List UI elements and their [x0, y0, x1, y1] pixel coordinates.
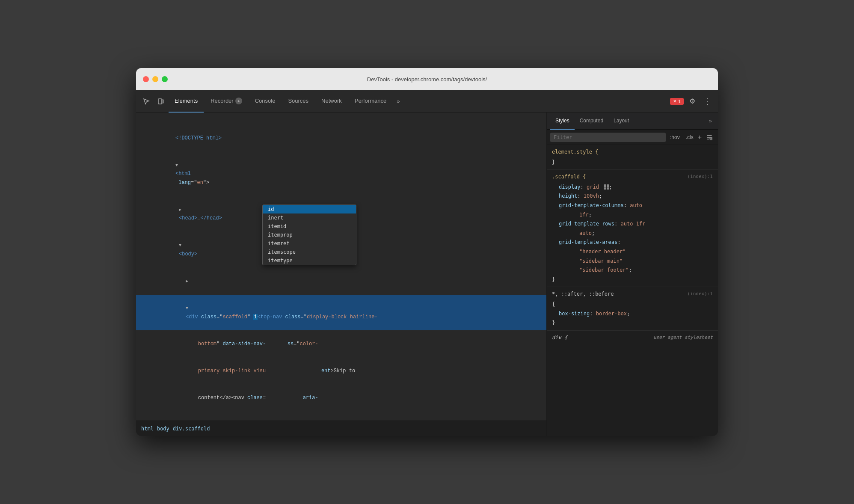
- prop-grid-template-areas[interactable]: grid-template-areas: "header header" "si…: [552, 238, 713, 275]
- maximize-button[interactable]: [162, 76, 168, 82]
- error-badge[interactable]: ✕ 1: [670, 98, 684, 105]
- prop-box-sizing[interactable]: box-sizing: border-box;: [552, 309, 713, 319]
- dom-line-4: content</a><nav class= aria-: [136, 385, 546, 412]
- closing-brace: }: [552, 318, 713, 328]
- autocomplete-item-itemid[interactable]: itemid: [263, 222, 356, 231]
- prop-display[interactable]: display: grid ;: [552, 183, 713, 192]
- rule-selector-universal: *, ::after, ::before (index):1: [552, 290, 713, 299]
- dom-line-2: bottom" data-side-nav- ss="color-: [136, 330, 546, 357]
- settings-icon[interactable]: ⚙: [685, 95, 699, 108]
- cls-button[interactable]: .cls: [684, 133, 695, 141]
- expand-icon: [175, 126, 181, 133]
- expand-icon[interactable]: [175, 162, 181, 169]
- prop-grid-template-columns[interactable]: grid-template-columns: auto 1fr;: [552, 201, 713, 219]
- styles-filter-bar: :hov .cls +: [547, 130, 718, 145]
- traffic-lights: [143, 76, 168, 82]
- pseudo-states-button[interactable]: :hov: [668, 133, 682, 141]
- autocomplete-item-itemref[interactable]: itemref: [263, 239, 356, 248]
- more-tabs-button[interactable]: »: [393, 95, 403, 108]
- expand-icon[interactable]: [186, 305, 191, 312]
- devtools-tab-bar: Elements Recorder ▲ Console Sources Netw…: [136, 90, 718, 113]
- element-style-rule: element.style { }: [547, 145, 718, 170]
- tab-computed[interactable]: Computed: [575, 113, 608, 130]
- closing-brace: }: [552, 158, 713, 167]
- dom-html-line[interactable]: <html lang="en">: [136, 152, 546, 196]
- devtools-body: <!DOCTYPE html> <html lang="en"> <head>……: [136, 113, 718, 436]
- styles-filter-input[interactable]: [550, 133, 666, 142]
- tab-network[interactable]: Network: [315, 90, 348, 113]
- rule-source-universal[interactable]: (index):1: [687, 290, 713, 298]
- autocomplete-item-id[interactable]: id: [263, 205, 356, 213]
- window-title: DevTools - developer.chrome.com/tags/dev…: [367, 76, 487, 83]
- recorder-icon: ▲: [235, 98, 242, 104]
- autocomplete-item-inert[interactable]: inert: [263, 213, 356, 222]
- dom-doctype-line: <!DOCTYPE html>: [136, 116, 546, 152]
- tab-styles[interactable]: Styles: [550, 113, 575, 130]
- device-toggle-icon[interactable]: [154, 95, 168, 108]
- rule-source-useragent: user agent stylesheet: [653, 333, 713, 342]
- dom-line-5: label="Chrome Develope ss="display-: [136, 412, 546, 421]
- grid-badge-icon[interactable]: [604, 184, 609, 190]
- title-bar: DevTools - developer.chrome.com/tags/dev…: [136, 68, 718, 90]
- tab-console[interactable]: Console: [249, 90, 282, 113]
- tab-elements[interactable]: Elements: [169, 90, 204, 113]
- universal-rule: *, ::after, ::before (index):1 { box-siz…: [547, 287, 718, 330]
- dom-line-3: primary skip-link visu ent>Skip to: [136, 358, 546, 385]
- breadcrumb-body[interactable]: body: [157, 426, 169, 432]
- tab-sources[interactable]: Sources: [282, 90, 314, 113]
- minimize-button[interactable]: [152, 76, 158, 82]
- styles-content[interactable]: element.style { } .scaffold { (index):1 …: [547, 145, 718, 436]
- add-style-button[interactable]: +: [698, 133, 702, 141]
- more-options-icon[interactable]: ⋮: [701, 95, 715, 108]
- close-button[interactable]: [143, 76, 149, 82]
- new-style-rule-icon[interactable]: [704, 132, 715, 142]
- rule-selector-div: div { user agent stylesheet: [552, 333, 713, 343]
- more-style-tabs-button[interactable]: »: [706, 118, 715, 124]
- tab-performance[interactable]: Performance: [349, 90, 392, 113]
- error-x-icon: ✕: [673, 99, 676, 104]
- svg-rect-0: [158, 99, 162, 104]
- autocomplete-item-itemtype[interactable]: itemtype: [263, 256, 356, 265]
- breadcrumb-bar: html body div.scaffold: [136, 421, 546, 436]
- devtools-window: DevTools - developer.chrome.com/tags/dev…: [136, 68, 718, 436]
- rule-source[interactable]: (index):1: [687, 172, 713, 181]
- closing-brace: }: [552, 275, 713, 285]
- prop-height[interactable]: height: 100vh;: [552, 192, 713, 201]
- expand-icon[interactable]: [179, 206, 184, 213]
- inspect-element-icon[interactable]: [139, 95, 153, 108]
- rule-selector-scaffold: .scaffold { (index):1: [552, 172, 713, 182]
- svg-rect-1: [162, 100, 163, 103]
- styles-panel: Styles Computed Layout » :hov .cls +: [547, 113, 718, 436]
- breadcrumb-div-scaffold[interactable]: div.scaffold: [173, 426, 210, 432]
- div-useragent-rule: div { user agent stylesheet: [547, 331, 718, 347]
- dom-selected-line[interactable]: <div class="scaffold" i<top-nav class="d…: [136, 295, 546, 331]
- dom-content[interactable]: <!DOCTYPE html> <html lang="en"> <head>……: [136, 113, 546, 421]
- breadcrumb-html[interactable]: html: [141, 426, 154, 432]
- autocomplete-item-itemprop[interactable]: itemprop: [263, 231, 356, 239]
- dom-panel: <!DOCTYPE html> <html lang="en"> <head>……: [136, 113, 547, 436]
- dom-child-line[interactable]: [136, 268, 546, 295]
- tab-layout[interactable]: Layout: [608, 113, 634, 130]
- rule-selector: element.style {: [552, 148, 713, 157]
- prop-grid-template-rows[interactable]: grid-template-rows: auto 1fr auto;: [552, 219, 713, 238]
- autocomplete-list[interactable]: id inert itemid itemprop itemref itemsco…: [262, 205, 356, 265]
- tab-right-controls: ✕ 1 ⚙ ⋮: [670, 95, 715, 108]
- tab-recorder[interactable]: Recorder ▲: [205, 90, 248, 113]
- autocomplete-item-itemscope[interactable]: itemscope: [263, 248, 356, 256]
- expand-icon[interactable]: [186, 278, 191, 285]
- styles-tabs: Styles Computed Layout »: [547, 113, 718, 130]
- expand-icon[interactable]: [179, 242, 184, 249]
- scaffold-rule: .scaffold { (index):1 display: grid ;: [547, 170, 718, 287]
